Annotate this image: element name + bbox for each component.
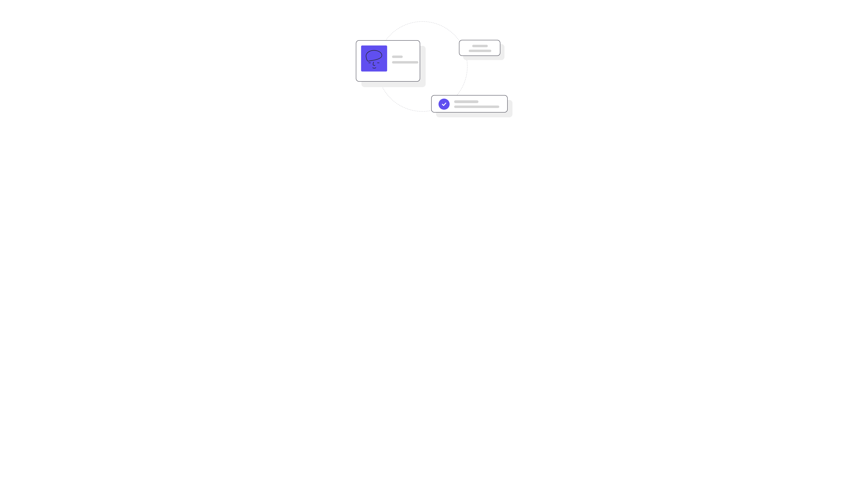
avatar [361, 45, 387, 71]
info-line-2 [469, 50, 491, 52]
profile-line-1 [392, 56, 403, 58]
success-line-2 [454, 105, 499, 108]
illustration-stage: .orbit { left:445px; top:115px; width:52… [300, 1, 571, 132]
abstract-face-icon [361, 45, 387, 71]
checkmark-icon [438, 99, 450, 110]
info-card [459, 40, 500, 56]
profile-card [356, 40, 420, 82]
success-line-1 [454, 100, 478, 103]
info-line-1 [472, 45, 488, 47]
success-card [431, 95, 507, 112]
profile-line-2 [392, 61, 418, 64]
